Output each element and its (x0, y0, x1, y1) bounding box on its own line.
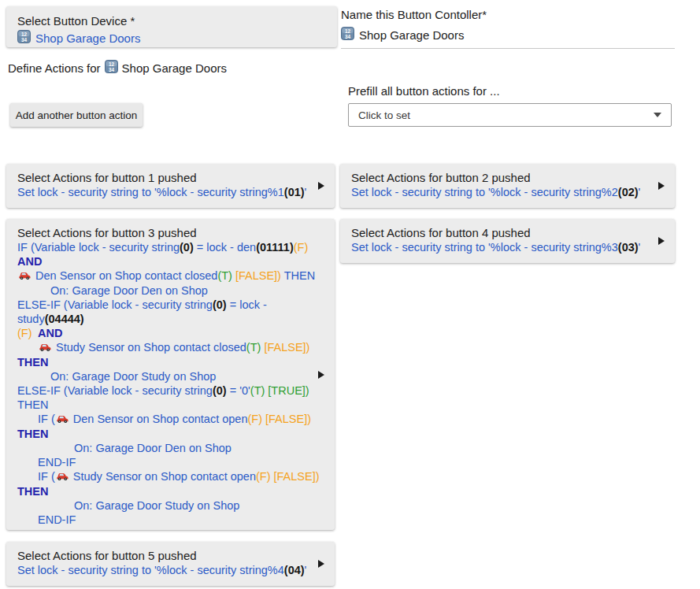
rule-line: On: Garage Door Den on Shop (17, 441, 324, 455)
button-device-link[interactable]: 1234 Shop Garage Doors (17, 30, 326, 47)
expand-arrow-icon[interactable] (318, 371, 324, 379)
prefill-select-value: Click to set (358, 109, 654, 121)
prefill-select[interactable]: Click to set (348, 103, 672, 127)
add-button-action-button[interactable]: Add another button action (10, 103, 143, 127)
controller-name-area: Name this Button Contoller* 1234 Shop Ga… (341, 8, 675, 49)
rule-line: AND (17, 254, 324, 269)
controller-name-input[interactable]: 1234 Shop Garage Doors (341, 27, 675, 49)
rule-line: END-IF (17, 455, 324, 469)
panel-title: Select Actions for button 5 pushed (17, 549, 324, 563)
rule-line: On: Garage Door Den on Shop (17, 283, 324, 298)
expand-arrow-icon[interactable] (318, 560, 324, 568)
input-numbers-icon: 1234 (341, 27, 354, 43)
rule-line: Den Sensor on Shop contact closed(T) [FA… (17, 269, 324, 283)
button-actions-panel-4[interactable]: Select Actions for button 4 pushedSet lo… (340, 219, 675, 263)
select-button-device-panel[interactable]: Select Button Device * 1234 Shop Garage … (6, 6, 337, 47)
svg-text:34: 34 (21, 37, 28, 43)
input-numbers-icon: 1234 (105, 60, 118, 76)
controller-name-value: Shop Garage Doors (359, 28, 464, 42)
expand-arrow-icon[interactable] (318, 182, 324, 190)
button-device-name: Shop Garage Doors (35, 31, 140, 46)
select-button-device-label: Select Button Device * (17, 13, 326, 28)
panel-title: Select Actions for button 1 pushed (17, 171, 324, 185)
rule-line: Study Sensor on Shop contact closed(T) [… (17, 340, 324, 355)
rule-line: On: Garage Door Study on Shop (17, 498, 324, 513)
rule-line: IF ( Den Sensor on Shop contact open(F) … (17, 412, 324, 427)
rule-line: Set lock - security string to '%lock - s… (17, 563, 324, 577)
expand-arrow-icon[interactable] (658, 182, 665, 190)
rule-line: Set lock - security string to '%lock - s… (17, 185, 324, 199)
rule-line: THEN (17, 484, 324, 498)
rule-line: ELSE-IF (Variable lock - security string… (17, 298, 324, 326)
rule-line: END-IF (17, 513, 324, 527)
define-actions-heading: Define Actions for 1234 Shop Garage Door… (8, 60, 227, 76)
panel-title: Select Actions for button 4 pushed (351, 226, 664, 240)
svg-text:34: 34 (108, 67, 114, 72)
define-actions-device: Shop Garage Doors (122, 61, 227, 75)
rule-line: THEN (17, 427, 324, 441)
input-numbers-icon: 1234 (17, 30, 31, 47)
button-actions-panel-2[interactable]: Select Actions for button 2 pushedSet lo… (340, 164, 675, 208)
expand-arrow-icon[interactable] (658, 237, 665, 245)
button-actions-panel-3[interactable]: Select Actions for button 3 pushedIF (Va… (6, 219, 335, 530)
panel-title: Select Actions for button 3 pushed (17, 226, 324, 240)
rule-line: Set lock - security string to '%lock - s… (351, 240, 664, 254)
svg-text:34: 34 (345, 34, 351, 39)
panel-title: Select Actions for button 2 pushed (351, 171, 664, 185)
car-icon (18, 269, 31, 283)
rule-line: THEN (17, 355, 324, 369)
rule-line: IF ( Study Sensor on Shop contact open(F… (17, 469, 324, 484)
car-icon (39, 341, 52, 355)
controller-name-label: Name this Button Contoller* (341, 8, 675, 22)
button-actions-panel-5[interactable]: Select Actions for button 5 pushedSet lo… (6, 542, 335, 586)
dropdown-caret-icon (654, 113, 661, 117)
rule-line: (F) AND (17, 326, 324, 340)
rule-line: On: Garage Door Study on Shop (17, 369, 324, 383)
car-icon (56, 470, 69, 484)
rule-line: ELSE-IF (Variable lock - security string… (17, 383, 324, 412)
define-actions-prefix: Define Actions for (8, 61, 101, 75)
button-actions-panel-1[interactable]: Select Actions for button 1 pushedSet lo… (6, 164, 335, 208)
car-icon (56, 413, 69, 427)
rule-line: IF (Variable lock - security string(0) =… (17, 240, 324, 254)
rule-line: Set lock - security string to '%lock - s… (351, 185, 664, 199)
prefill-label: Prefill all button actions for ... (348, 84, 500, 98)
rule-line: END-IF (17, 527, 324, 530)
